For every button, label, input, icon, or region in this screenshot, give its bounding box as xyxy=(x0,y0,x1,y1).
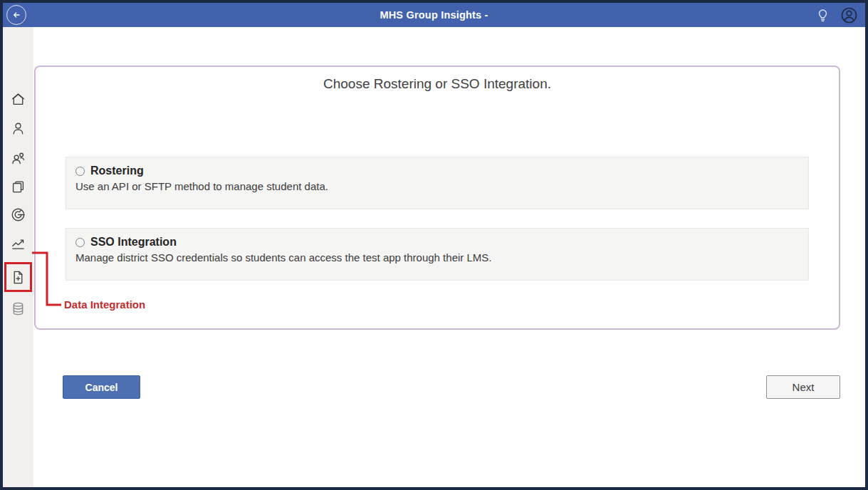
sidebar-item-trend-chart[interactable] xyxy=(3,236,33,253)
option-sso-integration-description: Manage district SSO credentials so stude… xyxy=(75,251,799,264)
donut-chart-icon xyxy=(10,207,26,223)
cancel-button[interactable]: Cancel xyxy=(63,375,140,399)
panel-heading: Choose Rostering or SSO Integration. xyxy=(36,76,839,92)
database-icon xyxy=(10,301,26,317)
people-icon xyxy=(10,150,26,167)
document-add-icon xyxy=(10,269,26,286)
trend-chart-icon xyxy=(10,236,26,253)
radio-rostering-icon[interactable] xyxy=(75,167,85,176)
titlebar: MHS Group Insights - xyxy=(3,3,865,27)
sidebar-item-people[interactable] xyxy=(3,150,33,167)
window-title: MHS Group Insights - xyxy=(3,9,865,21)
sidebar-item-pages[interactable] xyxy=(3,178,33,195)
sidebar-item-donut-chart[interactable] xyxy=(3,206,33,223)
option-sso-integration-label: SSO Integration xyxy=(90,236,177,249)
sidebar-item-database[interactable] xyxy=(3,300,33,317)
radio-sso-integration-icon[interactable] xyxy=(75,238,85,247)
app-window: MHS Group Insights - xyxy=(0,0,868,490)
option-rostering-description: Use an API or SFTP method to manage stud… xyxy=(75,180,799,192)
option-rostering-label: Rostering xyxy=(90,165,144,177)
pages-icon xyxy=(10,179,26,195)
sidebar-item-person[interactable] xyxy=(3,120,33,137)
sidebar xyxy=(3,27,33,487)
option-sso-integration[interactable]: SSO Integration Manage district SSO cred… xyxy=(66,228,809,281)
integration-panel: Choose Rostering or SSO Integration. Ros… xyxy=(34,66,840,330)
account-icon[interactable] xyxy=(840,6,858,24)
sidebar-item-home[interactable] xyxy=(3,90,33,108)
lightbulb-icon[interactable] xyxy=(815,7,831,24)
callout-label: Data Integration xyxy=(64,298,145,311)
option-rostering[interactable]: Rostering Use an API or SFTP method to m… xyxy=(66,157,809,209)
home-icon xyxy=(10,91,26,108)
sidebar-item-data-integration[interactable] xyxy=(4,262,32,292)
next-button[interactable]: Next xyxy=(766,375,840,399)
person-icon xyxy=(10,120,26,137)
